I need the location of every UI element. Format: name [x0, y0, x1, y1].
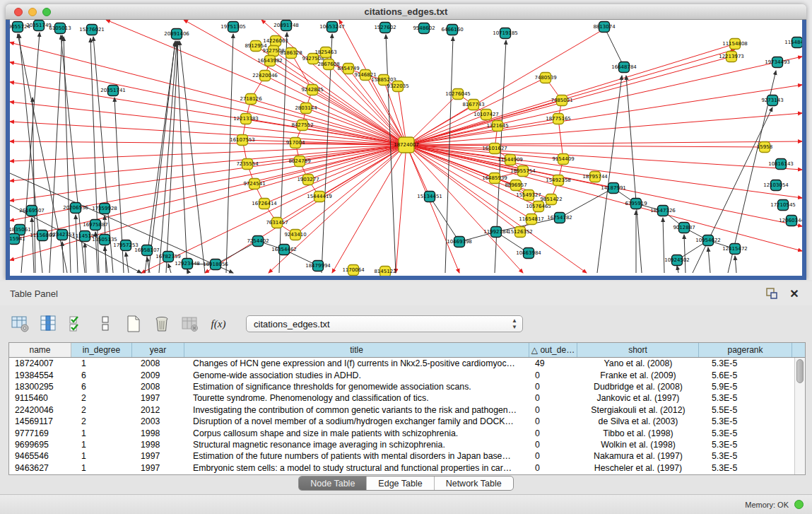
graph-node-label: 10816143 — [768, 161, 794, 167]
graph-node-label: 18479994 — [305, 263, 331, 269]
create-column-icon[interactable] — [123, 313, 144, 334]
graph-node-label: 15276021 — [79, 27, 105, 33]
cell-year: 2003 — [132, 416, 184, 426]
graph-node-label: 20891748 — [273, 23, 299, 28]
status-bar: Memory: OK — [0, 494, 812, 514]
table-row[interactable]: 1872400712008Changes of HCN gene express… — [9, 358, 805, 369]
row-height-icon[interactable] — [95, 313, 116, 334]
graph-node-label: 7254402 — [247, 238, 269, 244]
graph-node-label: 1903277 — [297, 177, 319, 182]
graph-node-label: 12415472 — [722, 246, 748, 252]
graph-node-label: 7480539 — [534, 75, 556, 81]
cell-title: Tourette syndrome. Phenomenology and cla… — [184, 393, 529, 403]
table-mode-icon[interactable] — [10, 313, 31, 334]
cell-year: 2012 — [132, 405, 184, 415]
table-vertical-scrollbar[interactable] — [794, 358, 805, 474]
window-titlebar[interactable]: citations_edges.txt — [6, 4, 806, 20]
table-row[interactable]: 977716911998Corpus callosum shape and si… — [9, 427, 805, 438]
graph-node-label: 11992184 — [483, 229, 509, 235]
cell-name: 9465546 — [9, 451, 71, 461]
cell-year: 1997 — [132, 451, 184, 461]
table-row[interactable]: 946554611997Estimation of the future num… — [9, 450, 805, 462]
function-builder-icon[interactable]: f(x) — [208, 313, 229, 334]
table-row[interactable]: 1456911722003Disruption of a novel membe… — [9, 416, 805, 427]
application-window: citations_edges.txt 18724007891295414226… — [0, 0, 812, 514]
graph-node-label: 12213383 — [233, 116, 259, 122]
cell-title: Changes of HCN gene expression and I(f) … — [184, 358, 529, 368]
column-header-short[interactable]: short — [577, 343, 699, 357]
tab-edge-table[interactable]: Edge Table — [367, 477, 434, 490]
delete-column-icon[interactable] — [151, 313, 172, 334]
graph-node-label: 16354462 — [271, 247, 297, 252]
cell-out_degree: 0 — [529, 370, 577, 380]
cell-short: Franke et al. (2009) — [577, 370, 699, 380]
table-row[interactable]: 2242004622012Investigating the contribut… — [9, 404, 805, 416]
column-header-in_degree[interactable]: in_degree — [71, 343, 132, 357]
graph-node-label: 11154808 — [722, 41, 748, 47]
table-row[interactable]: 969969511998Structural magnetic resonanc… — [9, 439, 805, 450]
cell-in_degree: 2 — [71, 393, 132, 403]
cell-year: 1997 — [132, 393, 184, 403]
graph-node-label: 1170064 — [342, 267, 365, 273]
cell-in_degree: 1 — [71, 358, 132, 368]
table-row[interactable]: 911546021997Tourette syndrome. Phenomeno… — [9, 392, 805, 404]
table-body: 1872400712008Changes of HCN gene express… — [9, 358, 805, 474]
table-row[interactable]: 1830029562008Estimation of significance … — [9, 381, 805, 392]
graph-node-label: 18775165 — [546, 116, 571, 122]
cell-year: 2008 — [132, 358, 184, 368]
show-columns-icon[interactable] — [38, 313, 59, 334]
graph-node-label: 19734493 — [765, 59, 790, 65]
graph-node-label: 10463984 — [516, 250, 541, 256]
graph-node-label: 9322035 — [387, 83, 408, 89]
column-header-title[interactable]: title — [184, 343, 529, 357]
graph-node-label: 16958107 — [134, 247, 160, 253]
cell-title: Corpus callosum shape and size in male p… — [184, 428, 529, 438]
graph-node-label: 18955754 — [510, 168, 536, 174]
graph-node-label: 9548602 — [413, 25, 435, 31]
graph-node-label: 1825463 — [314, 49, 336, 55]
graph-node-label: 16543982 — [257, 58, 283, 64]
graph-node-label: 12923448 — [175, 261, 200, 267]
graph-node-label: 917004 — [286, 140, 305, 146]
column-header-out_degree[interactable]: △ out_de… — [529, 343, 577, 357]
graph-node-label: 2718126 — [240, 96, 262, 102]
network-table-select[interactable]: citations_edges.txt ▲▼ — [246, 315, 523, 332]
cell-out_degree: 0 — [529, 393, 577, 403]
combo-stepper-icon: ▲▼ — [512, 317, 517, 330]
column-header-pagerank[interactable]: pagerank — [699, 343, 792, 357]
graph-node-label: 16782759 — [155, 254, 181, 259]
cell-short: de Silva et al. (2003) — [577, 416, 699, 426]
close-panel-icon[interactable]: ✕ — [787, 286, 802, 301]
cell-short: Yano et al. (2008) — [577, 358, 699, 368]
network-table-select-value: citations_edges.txt — [254, 319, 330, 329]
graph-node-label: 9273143 — [761, 98, 783, 103]
graph-node-label: 15492358 — [546, 177, 571, 183]
column-header-name[interactable]: name — [9, 343, 71, 357]
tab-node-table[interactable]: Node Table — [299, 477, 367, 490]
cell-out_degree: 0 — [529, 428, 577, 438]
table-row[interactable]: 946362711997Embryonic stem cells: a mode… — [9, 462, 805, 474]
cell-name: 19384554 — [9, 370, 71, 380]
cell-out_degree: 0 — [529, 416, 577, 426]
network-canvas[interactable]: 1872400789129541422606391275081654398222… — [6, 20, 806, 280]
cell-in_degree: 2 — [71, 416, 132, 426]
graph-node-label: 18547326 — [650, 208, 676, 214]
memory-ok-icon[interactable] — [794, 500, 804, 509]
column-header-year[interactable]: year — [132, 343, 184, 357]
cell-title: Genome-wide association studies in ADHD. — [184, 370, 529, 380]
graph-node-label: 8896957 — [505, 182, 526, 188]
citation-network-graph[interactable]: 1872400789129541422606391275081654398222… — [10, 20, 802, 276]
graph-node-label: 16485939 — [482, 175, 507, 181]
table-row[interactable]: 1938455462009Genome-wide association stu… — [9, 369, 805, 380]
graph-node-label: 9724541 — [243, 181, 265, 187]
cell-title: Disruption of a novel member of a sodium… — [184, 416, 529, 426]
float-panel-icon[interactable] — [764, 286, 779, 301]
tab-network-table[interactable]: Network Table — [435, 477, 513, 490]
cell-title: Structural magnetic resonance image aver… — [184, 440, 529, 450]
delete-table-icon[interactable] — [180, 313, 201, 334]
graph-node-label: 8813074 — [593, 24, 616, 30]
cell-pagerank: 5.6E-5 — [699, 370, 792, 380]
cell-in_degree: 1 — [71, 440, 132, 450]
scrollbar-thumb[interactable] — [796, 359, 804, 383]
select-columns-icon[interactable] — [66, 313, 88, 334]
